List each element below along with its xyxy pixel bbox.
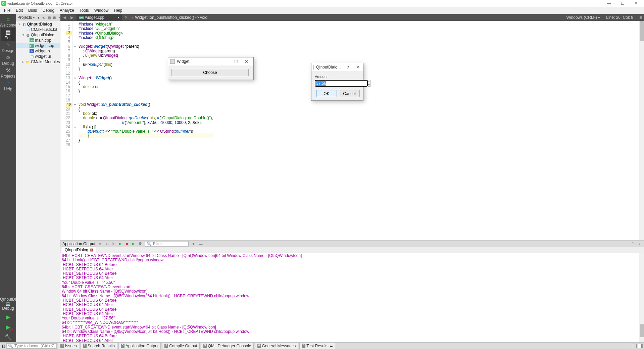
mode-projects[interactable]: ⚒Projects <box>1 67 15 79</box>
output-tab-qinputdialog[interactable]: QInputDialog⊠ <box>62 247 96 253</box>
output-config-icon[interactable]: ⚙ <box>138 241 143 247</box>
build-button[interactable]: 🔨 <box>1 332 15 342</box>
maximize-icon[interactable]: ☐ <box>616 0 629 7</box>
open-document[interactable]: c++ widget.cpp ▾ <box>77 14 122 20</box>
menu-analyze[interactable]: Analyze <box>57 7 77 13</box>
output-tabs: QInputDialog⊠ <box>60 247 644 253</box>
menu-build[interactable]: Build <box>26 7 40 13</box>
editor-toolbar: ◀ ▶ c++ widget.cpp ▾ ✕ ● Widget::on_push… <box>60 14 644 21</box>
ok-button[interactable]: OK <box>316 90 337 97</box>
status-tab-qml[interactable]: 5QML Debugger Console <box>201 343 254 349</box>
help-icon[interactable]: ? <box>343 65 353 70</box>
projects-pane-title[interactable]: Projects <box>17 15 32 20</box>
output-prev-icon[interactable]: ◁ <box>104 241 109 247</box>
close-sidebar-icon[interactable]: ◧ <box>1 344 5 348</box>
output-toolbar: Application Output ≡ ◁ ▷ ▶ ■ ▶. ⚙ 🔍 Filt… <box>60 240 644 247</box>
output-next-icon[interactable]: ▷ <box>111 241 116 247</box>
tree-target[interactable]: ▾◎QInputDialog <box>16 32 60 38</box>
line-gutter[interactable]: 1 2 3 4 5 6 7 8 9 10 11 12 13 14 15 16 1… <box>60 21 72 240</box>
filter-icon[interactable]: ▼ <box>36 15 41 20</box>
mode-design[interactable]: ✎Design <box>1 41 15 54</box>
close-icon[interactable]: ✕ <box>629 0 643 7</box>
nav-back-icon[interactable]: ◀ <box>62 15 67 20</box>
status-tab-general[interactable]: 6General Messages <box>255 343 298 349</box>
output-run-icon[interactable]: ▶ <box>117 241 123 247</box>
code-text[interactable]: #include "widget.h" #include "./ui_widge… <box>77 21 644 240</box>
kit-selector[interactable]: QInputDialog 💻 Debug <box>0 296 16 312</box>
editor-vscroll[interactable] <box>639 21 644 240</box>
menu-file[interactable]: File <box>1 7 13 13</box>
split-icon[interactable]: ▥ <box>47 15 51 20</box>
sync-icon[interactable]: ⟲ <box>41 15 46 20</box>
progress-icon[interactable] <box>632 344 637 348</box>
spin-down-icon[interactable]: ▼ <box>368 83 370 86</box>
locator-input[interactable]: 🔍 Type to locate (Ctrl+K) <box>6 343 57 349</box>
mode-debug[interactable]: ⚙Debug <box>1 54 15 67</box>
project-tree: ▾◧QInputDialog 📄CMakeLists.txt ▾◎QInputD… <box>16 21 60 65</box>
sidebar-right-icon[interactable] <box>638 344 643 348</box>
fold-column[interactable]: ▾ ▾ ▾ ▾ <box>72 21 77 240</box>
tree-root[interactable]: ▾◧QInputDialog <box>16 21 60 27</box>
editor-split-icon[interactable]: ⊞ <box>639 15 643 20</box>
tree-main[interactable]: c++main.cpp <box>16 38 60 43</box>
menu-edit[interactable]: Edit <box>13 7 26 13</box>
output-stop-icon[interactable]: ■ <box>124 241 130 247</box>
file-icon: 📄 <box>26 28 30 32</box>
tree-widgeth[interactable]: hwidget.h <box>16 48 60 54</box>
choose-button[interactable]: Choose <box>171 69 249 76</box>
menu-tools[interactable]: Tools <box>77 7 92 13</box>
add-split-icon[interactable]: ⊞ <box>52 15 57 20</box>
mode-welcome[interactable]: ⌂Welcome <box>1 15 15 28</box>
output-minus-icon[interactable]: — <box>198 241 203 247</box>
tree-widgetui[interactable]: ◫widget.ui <box>16 54 60 59</box>
output-attach-icon[interactable]: ▶. <box>131 241 136 247</box>
close-icon[interactable]: ✕ <box>353 65 363 70</box>
menu-debug[interactable]: Debug <box>40 7 57 13</box>
amount-input[interactable] <box>315 80 368 87</box>
status-tab-search[interactable]: 2Search Results <box>81 343 117 349</box>
cancel-button[interactable]: Cancel <box>339 90 360 97</box>
cursor-position[interactable]: Line: 26, Col: 8 <box>606 15 633 20</box>
status-tab-issues[interactable]: 1Issues <box>58 343 79 349</box>
minimize-icon[interactable]: — <box>602 0 616 7</box>
status-tab-tests[interactable]: 8Test Results≑ <box>299 343 335 349</box>
menu-window[interactable]: Window <box>92 7 111 13</box>
spin-up-icon[interactable]: ▲ <box>368 80 370 83</box>
menu-help[interactable]: Help <box>111 7 125 13</box>
close-tab-icon[interactable]: ⊠ <box>90 248 93 252</box>
tree-widgetcpp[interactable]: c++widget.cpp <box>16 43 60 48</box>
close-doc-icon[interactable]: ✕ <box>125 15 128 20</box>
design-icon: ✎ <box>5 42 11 48</box>
help-icon: ? <box>5 80 11 86</box>
window-title: widget.cpp @ QInputDialog - Qt Creator <box>7 1 73 5</box>
amount-spinbox[interactable]: ▲▼ <box>315 80 360 87</box>
status-tab-appoutput[interactable]: 3Application Output <box>118 343 161 349</box>
tree-cmake[interactable]: 📄CMakeLists.txt <box>16 27 60 32</box>
debug-run-button[interactable]: ▶🐞 <box>1 322 15 332</box>
line-ending-combo[interactable]: Windows (CRLF) ▾ <box>566 15 600 20</box>
status-tab-compile[interactable]: 4Compile Output <box>162 343 199 349</box>
symbol-combo[interactable]: ● Widget::on_pushButton_clicked() -> voi… <box>131 15 207 20</box>
bug-icon: ⚙ <box>5 54 11 60</box>
mode-edit[interactable]: ▤Edit <box>1 28 15 41</box>
output-vscroll[interactable] <box>639 253 644 342</box>
minimize-icon[interactable]: — <box>221 59 231 64</box>
code-editor[interactable]: 1 2 3 4 5 6 7 8 9 10 11 12 13 14 15 16 1… <box>60 21 644 240</box>
maximize-icon[interactable]: ☐ <box>231 59 241 64</box>
output-close-icon[interactable]: ▫ <box>637 241 642 247</box>
run-button[interactable]: ▶ <box>1 312 15 322</box>
tree-cmake-modules[interactable]: ▸📁CMake Modules <box>16 59 60 64</box>
qinputdialog: QInputDialo... ? ✕ Amount: ▲▼ OK Cancel <box>311 63 363 101</box>
qt-logo-icon: Qt <box>1 1 6 6</box>
menu-bar: File Edit Build Debug Analyze Tools Wind… <box>0 7 644 14</box>
output-filter[interactable]: 🔍 Filter <box>145 241 189 247</box>
close-icon[interactable]: ✕ <box>241 59 251 64</box>
h-icon: h <box>30 49 34 53</box>
mode-help[interactable]: ?Help <box>1 79 15 92</box>
output-max-icon[interactable]: ^ <box>630 241 635 247</box>
output-text[interactable]: 64bit HCBT_CREATEWND event startWindow 6… <box>60 253 644 342</box>
output-add-icon[interactable]: ＋ <box>191 241 196 247</box>
output-settings-icon[interactable]: ≡ <box>97 241 103 247</box>
cpp-icon: c++ <box>30 38 34 42</box>
nav-fwd-icon[interactable]: ▶ <box>69 15 75 20</box>
